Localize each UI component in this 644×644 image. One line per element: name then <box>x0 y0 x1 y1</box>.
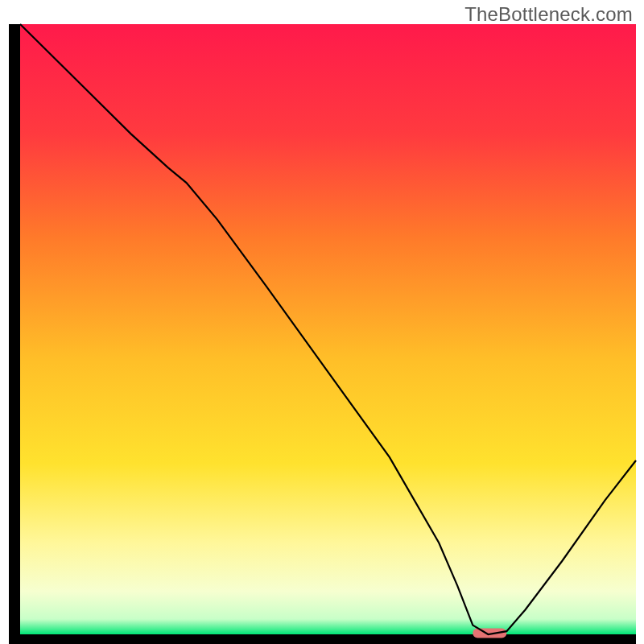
optimum-marker <box>473 628 506 638</box>
watermark: TheBottleneck.com <box>464 3 633 26</box>
bottleneck-chart <box>0 0 644 644</box>
